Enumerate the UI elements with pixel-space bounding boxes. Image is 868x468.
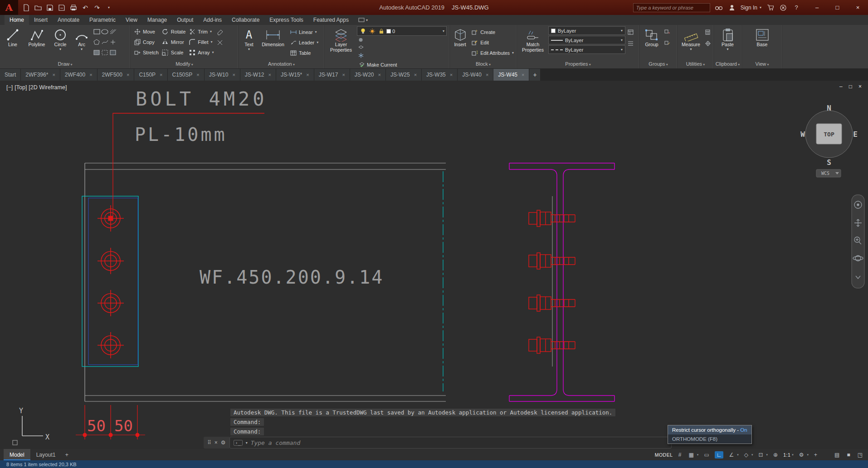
- edit-attributes-button[interactable]: 1Edit Attributes: [470, 48, 515, 58]
- close-tab-icon[interactable]: [196, 72, 199, 78]
- panel-label-groups[interactable]: Groups: [639, 61, 677, 68]
- erase-icon[interactable]: [216, 28, 224, 36]
- bolt-plan-2[interactable]: [98, 248, 124, 274]
- viewcube[interactable]: TOP N W E S: [800, 104, 858, 167]
- tab-annotate[interactable]: Annotate: [53, 15, 84, 25]
- command-drag-grip-icon[interactable]: ⠿: [207, 439, 211, 446]
- base-button[interactable]: Base: [753, 26, 772, 48]
- move-button[interactable]: Move: [132, 26, 160, 37]
- ellipse-tool-icon[interactable]: [101, 28, 109, 35]
- edit-block-button[interactable]: Edit: [470, 37, 515, 48]
- file-tab[interactable]: JS-W15*: [276, 69, 314, 81]
- layer-freeze-icon[interactable]: [357, 52, 365, 59]
- file-tab-active[interactable]: JS-W45: [493, 69, 529, 81]
- linetype-combo[interactable]: ByLayer▾: [548, 45, 625, 54]
- doc-minimize-icon[interactable]: –: [839, 83, 843, 90]
- workspace-caret-icon[interactable]: ▾: [807, 453, 809, 457]
- close-tab-icon[interactable]: [306, 72, 309, 78]
- paste-button[interactable]: Paste: [718, 26, 738, 51]
- layer-off-icon[interactable]: [357, 36, 365, 44]
- file-tab[interactable]: C150P: [134, 69, 167, 81]
- grip-point[interactable]: [108, 216, 113, 221]
- measure-button[interactable]: Measure: [679, 26, 702, 51]
- close-button[interactable]: ×: [848, 0, 868, 15]
- tab-collaborate[interactable]: Collaborate: [227, 15, 264, 25]
- viewport-view-control[interactable]: [Top]: [15, 84, 27, 91]
- isodraft-caret-icon[interactable]: ▾: [751, 453, 753, 457]
- bolt-side-2[interactable]: [529, 253, 575, 269]
- doc-restore-icon[interactable]: □: [849, 83, 852, 90]
- osnap-caret-icon[interactable]: ▾: [766, 453, 768, 457]
- scale-caret-icon[interactable]: ▾: [792, 453, 794, 457]
- tab-view[interactable]: View: [121, 15, 142, 25]
- sign-in-button[interactable]: Sign In▾: [741, 5, 761, 11]
- close-tab-icon[interactable]: [160, 72, 162, 78]
- search-input[interactable]: [636, 5, 707, 10]
- file-tab[interactable]: JS-W10: [205, 69, 240, 81]
- array-button[interactable]: Array: [187, 47, 215, 58]
- bolt-plan-4[interactable]: [98, 332, 124, 358]
- open-folder-icon[interactable]: [33, 2, 44, 13]
- id-point-icon[interactable]: [704, 39, 712, 47]
- doc-close-icon[interactable]: ×: [858, 83, 862, 90]
- exchange-apps-icon[interactable]: [779, 5, 788, 11]
- file-tab[interactable]: 2WF400: [60, 69, 97, 81]
- ucs-icon[interactable]: Y X: [13, 407, 49, 445]
- plot-icon[interactable]: [68, 2, 79, 13]
- file-tab[interactable]: JS-W17: [314, 69, 350, 81]
- close-tab-icon[interactable]: [486, 72, 488, 78]
- save-as-icon[interactable]: [56, 2, 67, 13]
- tab-insert[interactable]: Insert: [29, 15, 53, 25]
- create-block-button[interactable]: Create: [470, 27, 515, 37]
- leader-button[interactable]: Leader: [288, 37, 319, 48]
- spline-tool-icon[interactable]: [101, 38, 109, 46]
- redo-icon[interactable]: ↷: [92, 2, 102, 13]
- rectangle-tool-icon[interactable]: [93, 28, 101, 35]
- dimension-50-50[interactable]: 50 50: [76, 405, 145, 439]
- file-tab[interactable]: 2WF396*: [21, 69, 59, 81]
- ortho-toggle-icon[interactable]: ∟: [715, 451, 724, 458]
- panel-label-annotation[interactable]: Annotation: [239, 61, 324, 68]
- tab-addins[interactable]: Add-ins: [198, 15, 227, 25]
- close-tab-icon[interactable]: [127, 72, 129, 78]
- app-store-cart-icon[interactable]: [766, 5, 775, 10]
- bolts-plan[interactable]: [98, 205, 124, 358]
- polyline-button[interactable]: Polyline: [25, 26, 49, 48]
- close-tab-icon[interactable]: [52, 72, 55, 78]
- tab-home[interactable]: Home: [5, 15, 29, 25]
- file-tab[interactable]: JS-W12: [240, 69, 276, 81]
- file-tab[interactable]: JS-W40: [458, 69, 493, 81]
- new-file-icon[interactable]: [21, 2, 32, 13]
- region-tool-icon[interactable]: [109, 48, 117, 56]
- stretch-button[interactable]: Stretch: [132, 47, 160, 58]
- rotate-button[interactable]: Rotate: [161, 26, 186, 37]
- plate-outline[interactable]: [82, 196, 138, 367]
- command-input-field[interactable]: ›_ ▾: [229, 437, 672, 449]
- file-tab[interactable]: JS-W25: [386, 69, 421, 81]
- bolt-side-4[interactable]: [529, 337, 575, 353]
- object-snap-icon[interactable]: ⊡: [757, 451, 765, 458]
- hatch-tool-icon[interactable]: [109, 28, 117, 35]
- infer-constraints-icon[interactable]: ▭: [702, 451, 711, 458]
- recent-commands-caret-icon[interactable]: ▾: [246, 441, 248, 445]
- bolt-label-text[interactable]: BOLT 4M20: [136, 88, 268, 110]
- close-tab-icon[interactable]: [450, 72, 453, 78]
- insert-button[interactable]: Insert: [452, 26, 468, 48]
- table-button[interactable]: Table: [288, 48, 319, 58]
- fillet-button[interactable]: Fillet: [187, 37, 215, 47]
- annotation-scale-badge[interactable]: 1:1: [783, 452, 790, 458]
- maximize-button[interactable]: □: [827, 0, 848, 15]
- qat-customize-icon[interactable]: ▾: [103, 2, 114, 13]
- isolate-objects-icon[interactable]: ■: [845, 451, 852, 458]
- bolt-side-3[interactable]: [529, 295, 575, 311]
- polygon-tool-icon[interactable]: [93, 38, 101, 46]
- close-tab-icon[interactable]: [232, 72, 235, 78]
- mirror-button[interactable]: Mirror: [161, 37, 186, 47]
- command-close-icon[interactable]: ×: [215, 439, 218, 446]
- panel-label-view[interactable]: View: [742, 61, 782, 68]
- bolts-section[interactable]: [529, 210, 575, 353]
- file-tab[interactable]: C150SP: [168, 69, 204, 81]
- command-input[interactable]: [251, 439, 668, 446]
- layer-properties-button[interactable]: Layer Properties: [327, 26, 356, 53]
- quick-calc-icon[interactable]: [704, 28, 712, 36]
